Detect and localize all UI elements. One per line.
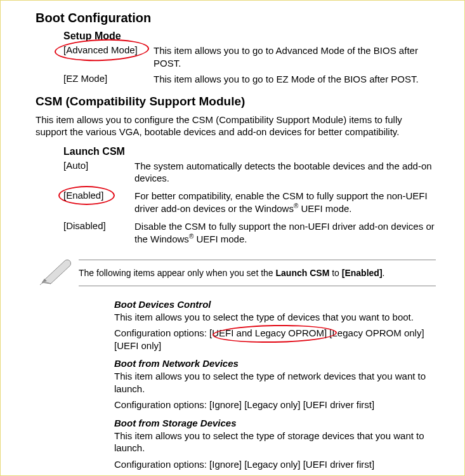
option-row: [Auto] The system automatically detects …: [63, 160, 436, 185]
option-advanced-mode: [Advanced Mode]: [63, 44, 154, 69]
desc-post: UEFI mode.: [298, 203, 351, 214]
config-prefix: Configuration options:: [114, 327, 209, 338]
boot-devices-control-heading: Boot Devices Control: [114, 299, 436, 310]
option-label-text: [Enabled]: [63, 190, 103, 201]
option-disabled: [Disabled]: [63, 220, 134, 246]
boot-configuration-heading: Boot Configuration: [36, 11, 436, 25]
csm-heading: CSM (Compatibility Support Module): [36, 95, 436, 109]
option-label-text: [Advanced Mode]: [63, 44, 138, 55]
config-option-highlighted: [UEFI and Legacy OPROM]: [209, 327, 327, 338]
option-row: [Enabled] For better compatibility, enab…: [63, 190, 436, 215]
note-block: The following items appear only when you…: [37, 256, 436, 290]
note-text-part: .: [383, 268, 385, 278]
document-page: Boot Configuration Setup Mode [Advanced …: [0, 0, 465, 476]
note-bold: [Enabled]: [342, 268, 383, 278]
note-text: The following items appear only when you…: [79, 260, 436, 286]
sub-sections: Boot Devices Control This item allows yo…: [114, 299, 436, 471]
boot-devices-config: Configuration options: [UEFI and Legacy …: [114, 327, 436, 352]
option-auto: [Auto]: [63, 160, 134, 185]
option-desc: For better compatibility, enable the CSM…: [134, 190, 436, 215]
csm-description: This item allows you to configure the CS…: [36, 114, 436, 138]
option-desc: This item allows you to go to Advanced M…: [154, 44, 436, 69]
note-content: The following items appear only when you…: [79, 260, 436, 286]
launch-csm-heading: Launch CSM: [63, 146, 436, 157]
setup-mode-heading: Setup Mode: [63, 30, 436, 42]
boot-storage-config: Configuration options: [Ignore] [Legacy …: [114, 458, 436, 471]
option-row: [Advanced Mode] This item allows you to …: [63, 44, 436, 69]
boot-network-desc: This item allows you to select the type …: [114, 370, 436, 395]
boot-network-heading: Boot from Network Devices: [114, 358, 436, 369]
note-text-part: The following items appear only when you…: [79, 268, 276, 278]
option-desc: This item allows you to go to EZ Mode of…: [154, 73, 436, 86]
option-row: [Disabled] Disable the CSM to fully supp…: [63, 220, 436, 246]
boot-storage-heading: Boot from Storage Devices: [114, 418, 436, 428]
note-text-part: to: [329, 268, 341, 278]
divider-line: [79, 286, 436, 286]
desc-pre: For better compatibility, enable the CSM…: [134, 190, 428, 215]
note-bold: Launch CSM: [276, 268, 330, 278]
option-ez-mode: [EZ Mode]: [63, 73, 154, 86]
option-row: [EZ Mode] This item allows you to go to …: [63, 73, 436, 86]
desc-post: UEFI mode.: [193, 234, 247, 244]
boot-network-config: Configuration options: [Ignore] [Legacy …: [114, 399, 436, 411]
option-desc: Disable the CSM to fully support the non…: [134, 220, 436, 246]
pencil-icon: [37, 256, 75, 290]
desc-pre: Disable the CSM to fully support the non…: [134, 221, 435, 245]
boot-devices-desc: This item allows you to select the type …: [114, 311, 436, 324]
option-enabled: [Enabled]: [63, 190, 134, 215]
option-desc: The system automatically detects the boo…: [134, 160, 436, 185]
boot-storage-desc: This item allows you to select the type …: [114, 430, 436, 454]
